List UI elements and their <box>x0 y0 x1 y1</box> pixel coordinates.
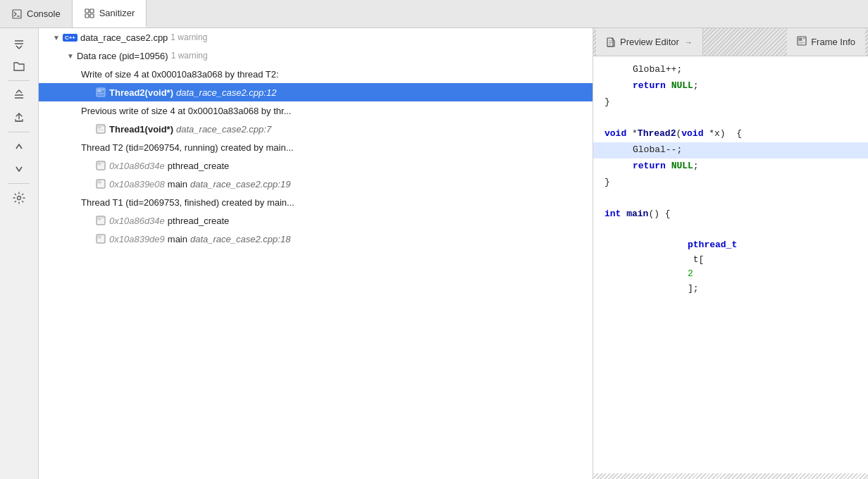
open-file-button[interactable] <box>6 56 32 76</box>
expand-all-button[interactable] <box>6 85 32 105</box>
tree-item-thread1-frame[interactable]: Thread1(void*) data_race_case2.cpp:7 <box>39 120 593 138</box>
code-funcname: Thread2 <box>638 127 676 142</box>
svg-rect-23 <box>98 181 101 184</box>
t1-addr2-func: main <box>168 234 187 244</box>
tab-console[interactable]: Console <box>0 0 73 27</box>
code-text: return NULL; <box>633 79 699 94</box>
sanitizer-label: Sanitizer <box>99 8 135 18</box>
code-text: } <box>604 95 610 110</box>
code-text: pthread_t t[ 2 ]; <box>633 223 737 311</box>
data-race-label: Data race (pid=10956) <box>77 51 168 61</box>
collapse-all-button[interactable] <box>6 34 32 54</box>
tree-item-thread2-frame[interactable]: Thread2(void*) data_race_case2.cpp:12 <box>39 83 593 101</box>
code-view: Global++; return NULL; } void * Thread2 … <box>593 56 868 473</box>
t1-addr2-file: data_race_case2.cpp:18 <box>190 234 290 244</box>
frame-icon <box>95 216 106 225</box>
tree-item-t1-created[interactable]: Thread T1 (tid=2069753, finished) create… <box>39 193 593 211</box>
code-line-brace-1: } <box>604 94 857 111</box>
frame-info-label: Frame Info <box>811 37 855 47</box>
toolbar-separator-1 <box>8 80 30 81</box>
frame-info-icon <box>797 36 807 48</box>
settings-button[interactable] <box>6 188 32 208</box>
frame-icon <box>95 234 106 244</box>
svg-rect-21 <box>102 163 104 164</box>
data-race-warn: 1 warning <box>171 51 208 61</box>
tree-item-t2-created[interactable]: Thread T2 (tid=2069754, running) created… <box>39 138 593 156</box>
right-header: Preview Editor → Frame Info <box>593 28 868 56</box>
tree-item-t1-addr1[interactable]: 0x10a86d34e pthread_create <box>39 211 593 230</box>
frame-icon <box>95 124 106 134</box>
code-funcname: main <box>626 207 648 222</box>
tree-panel[interactable]: ▼ C++ data_race_case2.cpp 1 warning ▼ Da… <box>39 28 593 479</box>
tree-item-file-root[interactable]: ▼ C++ data_race_case2.cpp 1 warning <box>39 28 593 46</box>
code-line-global-inc: Global++; <box>604 62 857 78</box>
code-line-empty-1 <box>604 110 857 126</box>
navigate-up-button[interactable] <box>6 137 32 156</box>
code-line-return-null-2: return NULL; <box>604 158 857 175</box>
squiggly-right <box>865 28 868 56</box>
t2-addr1-func: pthread_create <box>168 161 229 171</box>
svg-rect-34 <box>799 38 802 42</box>
file-warn-count: 1 warning <box>170 32 207 42</box>
code-line-return-null-1: return NULL; <box>604 78 857 94</box>
t2-addr2-func: main <box>168 179 187 189</box>
svg-rect-16 <box>98 126 101 129</box>
svg-rect-20 <box>98 163 101 166</box>
sanitizer-icon <box>84 8 95 19</box>
squiggly-bottom <box>593 473 868 479</box>
t1-addr1-func: pthread_create <box>168 216 229 226</box>
thread2-func: Thread2(void*) <box>109 87 173 98</box>
svg-rect-18 <box>98 130 104 131</box>
svg-rect-36 <box>799 42 805 44</box>
t2-addr2-file: data_race_case2.cpp:19 <box>190 179 290 189</box>
code-keyword: int <box>604 207 621 222</box>
code-line-main-decl: int main () { <box>604 206 857 223</box>
terminal-icon <box>11 8 23 20</box>
frame-icon <box>95 179 106 189</box>
svg-rect-3 <box>90 9 94 13</box>
t1-addr1-address: 0x10a86d34e <box>109 216 165 226</box>
main-content: ▼ C++ data_race_case2.cpp 1 warning ▼ Da… <box>0 28 868 479</box>
code-line-global-dec: Global--; <box>593 142 868 158</box>
preview-editor-arrow: → <box>685 38 693 46</box>
svg-rect-0 <box>13 10 21 18</box>
tree-item-prev-write[interactable]: Previous write of size 4 at 0x00010a83a0… <box>39 101 593 120</box>
code-line-empty-2 <box>604 190 857 206</box>
svg-rect-12 <box>98 89 101 92</box>
code-text: } <box>604 175 610 190</box>
tree-item-write-of-size[interactable]: Write of size 4 at 0x00010a83a068 by thr… <box>39 65 593 83</box>
frame-icon <box>95 87 106 97</box>
tree-item-t1-addr2[interactable]: 0x10a839de9 main data_race_case2.cpp:18 <box>39 230 593 248</box>
svg-rect-28 <box>98 236 101 239</box>
thread2-file: data_race_case2.cpp:12 <box>176 87 276 98</box>
svg-rect-37 <box>799 44 803 44</box>
code-line-pthread-t: pthread_t t[ 2 ]; <box>604 223 857 312</box>
thread1-file: data_race_case2.cpp:7 <box>176 124 271 135</box>
squiggly-middle <box>703 28 787 56</box>
t1-addr2-address: 0x10a839de9 <box>109 234 165 244</box>
prev-write-text: Previous write of size 4 at 0x00010a83a0… <box>81 106 291 116</box>
navigate-down-button[interactable] <box>6 159 32 179</box>
tab-frame-info[interactable]: Frame Info <box>787 28 865 56</box>
svg-rect-4 <box>85 14 89 18</box>
t2-addr1-address: 0x10a86d34e <box>109 161 165 171</box>
t1-created-text: Thread T1 (tid=2069753, finished) create… <box>81 197 294 208</box>
t2-created-text: Thread T2 (tid=2069754, running) created… <box>81 142 293 153</box>
code-text: Global--; <box>633 143 682 158</box>
right-panel: Preview Editor → Frame Info <box>593 28 868 479</box>
svg-rect-13 <box>102 89 104 91</box>
expand-triangle: ▼ <box>67 52 74 60</box>
code-line-thread2-decl: void * Thread2 ( void *x) { <box>604 126 857 142</box>
export-button[interactable] <box>6 108 32 127</box>
preview-editor-label: Preview Editor <box>620 37 679 47</box>
svg-rect-35 <box>803 38 805 39</box>
tab-sanitizer[interactable]: Sanitizer <box>73 0 147 27</box>
tree-item-t2-addr1[interactable]: 0x10a86d34e pthread_create <box>39 156 593 175</box>
tree-item-t2-addr2[interactable]: 0x10a839e08 main data_race_case2.cpp:19 <box>39 175 593 193</box>
doc-icon <box>606 37 616 47</box>
code-text: return NULL; <box>633 159 699 174</box>
thread1-func: Thread1(void*) <box>109 124 173 135</box>
tree-item-data-race[interactable]: ▼ Data race (pid=10956) 1 warning <box>39 46 593 65</box>
svg-rect-26 <box>102 218 104 219</box>
tab-preview-editor[interactable]: Preview Editor → <box>596 28 703 56</box>
